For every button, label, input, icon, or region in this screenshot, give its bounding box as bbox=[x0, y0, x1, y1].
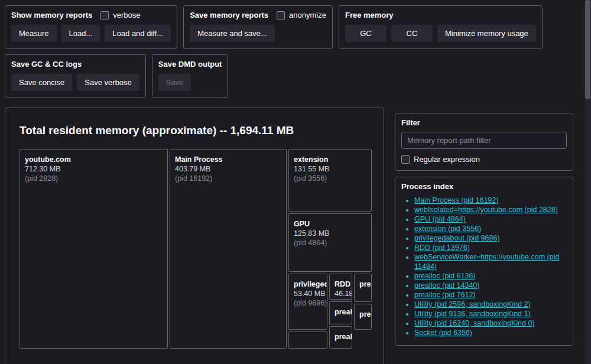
process-name: prealloc bbox=[359, 280, 366, 289]
process-link[interactable]: Utility (pid 9136, sandboxingKind 1) bbox=[414, 310, 531, 318]
verbose-checkbox[interactable] bbox=[100, 11, 109, 20]
regex-checkbox-label: Regular expression bbox=[414, 155, 480, 164]
list-item: prealloc (pid 14340) bbox=[414, 281, 567, 290]
process-link[interactable]: privilegedabout (pid 9696) bbox=[414, 234, 500, 242]
filter-title: Filter bbox=[401, 118, 420, 127]
verbose-checkbox-label: verbose bbox=[113, 11, 140, 20]
treemap-box-prealloc: prealloc bbox=[354, 274, 372, 302]
process-link[interactable]: prealloc (pid 6136) bbox=[414, 272, 476, 280]
process-link[interactable]: RDD (pid 13976) bbox=[414, 243, 470, 252]
process-link[interactable]: extension (pid 3556) bbox=[414, 225, 481, 233]
free-memory-panel: Free memory GC CC Minimize memory usage bbox=[339, 5, 543, 49]
measure-button[interactable]: Measure bbox=[11, 25, 57, 42]
treemap-box-prealloc: prealloc bbox=[329, 301, 352, 324]
save-dmd-button: Save bbox=[158, 74, 191, 91]
save-gc-cc-logs-panel: Save GC & CC logs Save concise Save verb… bbox=[5, 54, 146, 98]
list-item: privilegedabout (pid 9696) bbox=[414, 233, 567, 243]
save-dmd-output-panel: Save DMD output Save bbox=[152, 54, 229, 98]
scrollbar-thumb[interactable] bbox=[585, 0, 590, 99]
process-name: youtube.com bbox=[25, 155, 163, 164]
gc-button[interactable]: GC bbox=[345, 25, 387, 42]
process-pid: (pid 9696) bbox=[294, 298, 322, 308]
list-item: webServiceWorker=https://youtube.com (pi… bbox=[414, 252, 567, 271]
load-and-diff-button[interactable]: Load and diff... bbox=[105, 25, 171, 42]
toolbar-row-2: Save GC & CC logs Save concise Save verb… bbox=[5, 54, 586, 98]
anonymize-checkbox[interactable] bbox=[277, 11, 285, 20]
scrollbar-track[interactable] bbox=[584, 0, 591, 364]
process-link[interactable]: Utility (pid 16240, sandboxingKind 0) bbox=[414, 319, 535, 327]
list-item: webIsolated=https://youtube.com (pid 282… bbox=[414, 205, 567, 214]
memory-total-title: Total resident memory (approximate) -- 1… bbox=[20, 124, 369, 137]
sidebar: Filter Regular expression Process index … bbox=[395, 113, 573, 364]
process-name: prealloc bbox=[359, 310, 366, 319]
list-item: prealloc (pid 6136) bbox=[414, 271, 567, 281]
save-concise-button[interactable]: Save concise bbox=[11, 74, 72, 91]
process-name: GPU bbox=[294, 219, 366, 229]
main-content: Total resident memory (approximate) -- 1… bbox=[5, 108, 586, 364]
process-index-panel: Process index Main Process (pid 16192) w… bbox=[395, 177, 573, 346]
treemap-box-small bbox=[288, 332, 327, 349]
process-size: 403.79 MB bbox=[175, 164, 281, 174]
show-memory-reports-title: Show memory reports bbox=[11, 11, 92, 20]
filter-panel: Filter Regular expression bbox=[395, 113, 573, 171]
save-dmd-output-title: Save DMD output bbox=[158, 60, 222, 69]
list-item: Socket (pid 6356) bbox=[414, 328, 567, 337]
process-link[interactable]: prealloc (pid 7612) bbox=[414, 291, 476, 299]
treemap-box-gpu: GPU 125.83 MB (pid 4864) bbox=[288, 213, 372, 272]
treemap-box-privilegedabout: privilegedabout 53.40 MB (pid 9696) bbox=[288, 274, 327, 330]
list-item: Utility (pid 16240, sandboxingKind 0) bbox=[414, 318, 567, 328]
treemap-box-extension: extension 131.55 MB (pid 3556) bbox=[288, 149, 372, 212]
process-name: Main Process bbox=[175, 155, 281, 164]
free-memory-title: Free memory bbox=[345, 11, 394, 20]
process-link[interactable]: Utility (pid 2596, sandboxingKind 2) bbox=[414, 300, 531, 308]
process-link[interactable]: Socket (pid 6356) bbox=[414, 329, 472, 337]
process-name: RDD bbox=[335, 280, 347, 289]
process-size: 125.83 MB bbox=[294, 229, 366, 238]
anonymize-checkbox-label: anonymize bbox=[289, 11, 326, 20]
treemap-box-prealloc: prealloc bbox=[354, 304, 372, 330]
process-pid: (pid 3556) bbox=[294, 174, 366, 183]
save-memory-reports-panel: Save memory reports anonymize Measure an… bbox=[183, 5, 333, 49]
about-memory-page: Show memory reports verbose Measure Load… bbox=[0, 0, 591, 364]
save-verbose-button[interactable]: Save verbose bbox=[77, 74, 139, 91]
show-memory-reports-panel: Show memory reports verbose Measure Load… bbox=[5, 5, 177, 49]
process-index-list: Main Process (pid 16192) webIsolated=htt… bbox=[401, 196, 567, 337]
process-pid: (pid 16192) bbox=[175, 174, 281, 183]
cc-button[interactable]: CC bbox=[391, 25, 433, 42]
process-size: 712.30 MB bbox=[25, 164, 163, 174]
process-link[interactable]: GPU (pid 4864) bbox=[414, 215, 466, 223]
process-name: extension bbox=[294, 155, 366, 164]
process-link[interactable]: webIsolated=https://youtube.com (pid 282… bbox=[414, 206, 558, 214]
treemap-box-main-process: Main Process 403.79 MB (pid 16192) bbox=[170, 149, 287, 349]
process-index-title: Process index bbox=[401, 182, 453, 191]
process-pid: (pid 4864) bbox=[294, 238, 366, 248]
minimize-memory-usage-button[interactable]: Minimize memory usage bbox=[437, 25, 536, 42]
treemap-box-prealloc: prealloc bbox=[329, 326, 352, 349]
process-name: privilegedabout bbox=[294, 280, 322, 289]
process-link[interactable]: prealloc (pid 14340) bbox=[414, 281, 480, 290]
process-link[interactable]: Main Process (pid 16192) bbox=[414, 196, 498, 204]
memory-report-panel: Total resident memory (approximate) -- 1… bbox=[5, 108, 384, 364]
process-size: 53.40 MB bbox=[294, 289, 322, 298]
process-name: prealloc bbox=[335, 332, 347, 342]
list-item: prealloc (pid 7612) bbox=[414, 290, 567, 300]
filter-input[interactable] bbox=[401, 132, 567, 149]
list-item: RDD (pid 13976) bbox=[414, 243, 567, 252]
load-button[interactable]: Load... bbox=[61, 25, 100, 42]
regex-checkbox[interactable] bbox=[401, 155, 410, 164]
list-item: extension (pid 3556) bbox=[414, 224, 567, 233]
list-item: Main Process (pid 16192) bbox=[414, 196, 567, 205]
save-gc-cc-logs-title: Save GC & CC logs bbox=[11, 60, 82, 69]
process-pid: (pid 2828) bbox=[25, 174, 163, 183]
measure-and-save-button[interactable]: Measure and save... bbox=[190, 25, 275, 42]
toolbar-row-1: Show memory reports verbose Measure Load… bbox=[5, 5, 586, 49]
list-item: Utility (pid 9136, sandboxingKind 1) bbox=[414, 309, 567, 318]
list-item: Utility (pid 2596, sandboxingKind 2) bbox=[414, 300, 567, 309]
treemap-box-youtube: youtube.com 712.30 MB (pid 2828) bbox=[20, 149, 168, 349]
process-name: prealloc bbox=[335, 307, 347, 317]
list-item: GPU (pid 4864) bbox=[414, 214, 567, 224]
memory-treemap: youtube.com 712.30 MB (pid 2828) Main Pr… bbox=[20, 149, 369, 353]
process-link[interactable]: webServiceWorker=https://youtube.com (pi… bbox=[414, 253, 559, 271]
save-memory-reports-title: Save memory reports bbox=[190, 11, 268, 20]
process-size: 46.18 MB bbox=[335, 289, 347, 298]
